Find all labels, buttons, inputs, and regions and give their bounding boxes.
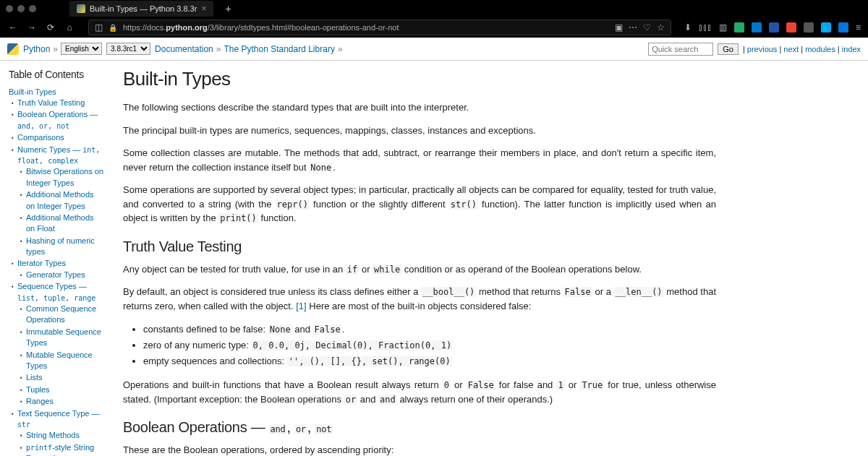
home-icon[interactable]: ⌂: [64, 22, 75, 33]
toc-item[interactable]: Truth Value Testing: [17, 98, 85, 107]
nav-modules[interactable]: modules: [805, 45, 835, 53]
forward-icon[interactable]: →: [26, 22, 38, 33]
breadcrumb-stdlib[interactable]: The Python Standard Library: [224, 44, 334, 54]
reader-icon[interactable]: ▣: [615, 22, 623, 33]
toc-item[interactable]: Numeric Types — int, float, complex: [17, 145, 100, 165]
toc-item[interactable]: Boolean Operations — and, or, not: [17, 110, 98, 129]
toc-item[interactable]: Iterator Types: [17, 259, 66, 267]
truth-p3: Operations and built-in functions that h…: [123, 378, 716, 406]
toc-item[interactable]: Comparisons: [17, 133, 64, 142]
ext7-icon[interactable]: [838, 22, 848, 33]
toc-item[interactable]: Sequence Types — list, tuple, range: [17, 282, 95, 301]
content: Built-in Types The following sections de…: [109, 61, 745, 456]
reload-icon[interactable]: ⟳: [45, 22, 56, 33]
browser-toolbar: ← → ⟳ ⌂ ◫ 🔒 https://docs.python.org/3/li…: [0, 17, 868, 38]
tab-title: Built-in Types — Python 3.8.3r: [90, 4, 197, 13]
url-text: https://docs.python.org/3/library/stdtyp…: [123, 23, 399, 32]
toc-item[interactable]: Hashing of numeric types: [26, 236, 95, 256]
nav-next[interactable]: next: [783, 45, 799, 53]
falsy-list: constants defined to be false: None and …: [143, 322, 716, 369]
ext6-icon[interactable]: [821, 22, 831, 33]
toc-item[interactable]: Bitwise Operations on Integer Types: [26, 167, 103, 186]
breadcrumb-doc[interactable]: Documentation: [155, 44, 213, 54]
python-logo-icon: [7, 43, 19, 55]
footnote-link[interactable]: [1]: [296, 301, 306, 311]
ext5-icon[interactable]: [804, 22, 814, 33]
toc-item[interactable]: Text Sequence Type — str: [17, 409, 100, 429]
toc-item[interactable]: String Methods: [26, 431, 80, 439]
doc-relbar: Python » English 3.8.3rc1 Documentation …: [0, 38, 868, 61]
intro-p2: The principal built-in types are numeric…: [123, 124, 716, 138]
toc-item[interactable]: Generator Types: [26, 270, 85, 279]
page-title: Built-in Types: [123, 68, 716, 90]
sidebar-icon[interactable]: ▥: [719, 22, 727, 33]
ext2-icon[interactable]: [752, 22, 762, 33]
search-input[interactable]: [648, 43, 713, 56]
search-go-button[interactable]: Go: [718, 43, 739, 55]
toc-item[interactable]: Common Sequence Operations: [26, 304, 96, 324]
sidebar: Table of Contents Built-in Types Truth V…: [0, 61, 109, 456]
url-bar[interactable]: ◫ 🔒 https://docs.python.org/3/library/st…: [88, 20, 671, 35]
language-select[interactable]: English: [61, 43, 102, 55]
python-link[interactable]: Python: [23, 44, 50, 54]
download-icon[interactable]: ⬇: [684, 22, 692, 33]
list-item: zero of any numeric type: 0, 0.0, 0j, De…: [143, 337, 716, 353]
boolops-p1: These are the Boolean operations, ordere…: [123, 443, 716, 456]
menu-icon[interactable]: ≡: [856, 22, 861, 33]
truth-p2: By default, an object is considered true…: [123, 285, 716, 313]
toc-heading: Table of Contents: [9, 68, 104, 82]
browser-tab[interactable]: Built-in Types — Python 3.8.3r ×: [69, 1, 213, 17]
toc-item[interactable]: Tuples: [26, 385, 50, 394]
toc-item[interactable]: Lists: [26, 373, 43, 382]
ext4-icon[interactable]: [786, 22, 796, 33]
ext1-icon[interactable]: [734, 22, 744, 33]
nav-index[interactable]: index: [842, 45, 861, 53]
toc-root[interactable]: Built-in Types: [9, 87, 56, 96]
back-icon[interactable]: ←: [7, 22, 19, 33]
bookmark-icon[interactable]: ☆: [657, 22, 665, 33]
library-icon[interactable]: ⫿⫿⫿: [699, 22, 712, 33]
window-close-icon[interactable]: [6, 5, 13, 12]
toc-item[interactable]: Additional Methods on Float: [26, 213, 94, 233]
window-titlebar: Built-in Types — Python 3.8.3r × +: [0, 0, 868, 17]
toolbar-right: ⬇ ⫿⫿⫿ ▥ ≡: [684, 22, 861, 33]
new-tab-icon[interactable]: +: [225, 3, 231, 14]
list-item: empty sequences and collections: '', (),…: [143, 353, 716, 369]
tab-close-icon[interactable]: ×: [201, 4, 206, 14]
toc-item[interactable]: Immutable Sequence Types: [26, 327, 101, 347]
truth-p1: Any object can be tested for truth value…: [123, 262, 716, 277]
intro-p4: Some operations are supported by several…: [123, 183, 716, 225]
lock-icon: 🔒: [109, 24, 117, 32]
nav-previous[interactable]: previous: [747, 45, 778, 53]
more-icon[interactable]: ⋯: [629, 22, 637, 33]
toc-item[interactable]: printf-style String Formatting: [26, 443, 94, 456]
intro-p3: Some collection classes are mutable. The…: [123, 146, 716, 174]
window-max-icon[interactable]: [29, 5, 36, 12]
python-favicon-icon: [77, 4, 85, 13]
section-truth: Truth Value Testing: [123, 238, 716, 255]
intro-p1: The following sections describe the stan…: [123, 100, 716, 115]
ext3-icon[interactable]: [769, 22, 779, 33]
section-boolops: Boolean Operations — and, or, not: [123, 419, 716, 436]
toc-item[interactable]: Ranges: [26, 397, 54, 405]
version-select[interactable]: 3.8.3rc1: [106, 43, 150, 55]
pocket-icon[interactable]: ♡: [643, 22, 651, 33]
shield-icon: ◫: [95, 22, 103, 33]
toc-item[interactable]: Additional Methods on Integer Types: [26, 190, 94, 210]
list-item: constants defined to be false: None and …: [143, 322, 716, 337]
window-min-icon[interactable]: [17, 5, 25, 12]
toc-item[interactable]: Mutable Sequence Types: [26, 350, 93, 370]
